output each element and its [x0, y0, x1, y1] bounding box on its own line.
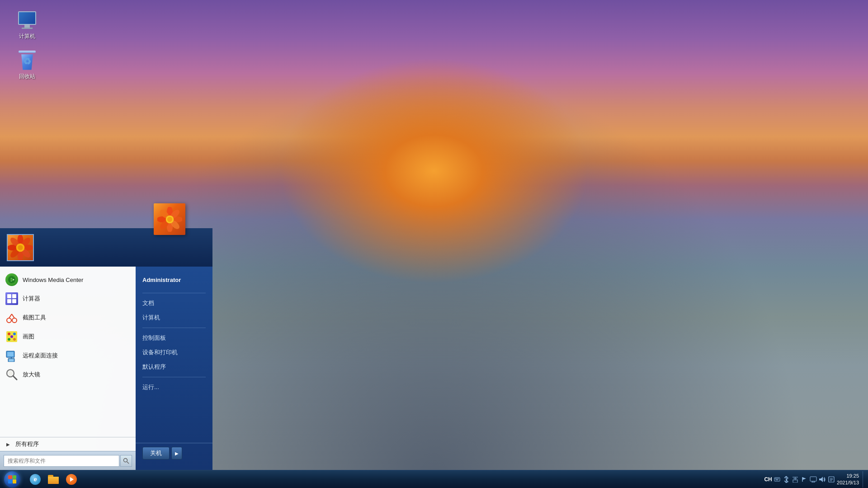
magnifier-app-icon [5, 367, 19, 382]
search-input[interactable] [4, 455, 119, 467]
magnifier-label: 放大镜 [23, 371, 40, 379]
wmp-play-icon [70, 477, 74, 482]
svg-point-33 [10, 335, 13, 338]
username-label: Administrator [142, 277, 181, 283]
ie-icon-shape: e [30, 474, 41, 485]
shutdown-button[interactable]: 关机 [142, 447, 170, 460]
desktop-icon-computer[interactable]: 计算机 [9, 9, 45, 40]
wmp-icon-shape [66, 474, 77, 485]
taskbar: e [0, 470, 868, 488]
svg-point-19 [18, 245, 23, 250]
win-logo-grid [8, 475, 16, 483]
calc-app-icon [5, 291, 19, 306]
svg-rect-46 [777, 478, 778, 479]
network-icon[interactable] [792, 476, 799, 483]
right-menu-docs[interactable]: 文档 [136, 296, 212, 310]
svg-rect-35 [7, 352, 14, 357]
magnifier-svg-icon [5, 368, 18, 381]
all-programs-section[interactable]: ▶ 所有程序 [0, 437, 136, 451]
computer-label: 计算机 [142, 314, 160, 322]
taskbar-items: e [24, 470, 763, 488]
right-menu-computer[interactable]: 计算机 [136, 310, 212, 325]
win-logo-yellow [13, 479, 17, 483]
bluetooth-icon[interactable] [783, 476, 790, 483]
shutdown-label: 关机 [150, 449, 162, 457]
display-svg-icon [810, 476, 817, 483]
svg-rect-49 [793, 480, 797, 483]
svg-marker-54 [802, 477, 806, 480]
svg-point-9 [167, 217, 172, 222]
folder-icon-shape [48, 475, 59, 484]
taskbar-item-wmp[interactable] [62, 471, 80, 488]
menu-item-rdp[interactable]: 远程桌面连接 [0, 346, 136, 365]
recycle-bin-icon: ♻ [16, 49, 38, 71]
right-separator-3 [142, 377, 206, 377]
rdp-label: 远程桌面连接 [23, 352, 58, 360]
svg-point-31 [8, 338, 10, 341]
show-desktop-button[interactable] [863, 471, 866, 488]
computer-icon [16, 9, 38, 31]
calc-icon-shape [5, 292, 18, 305]
display-icon[interactable] [810, 476, 817, 483]
svg-line-26 [9, 314, 12, 318]
right-menu-run[interactable]: 运行... [136, 380, 212, 394]
shutdown-arrow-button[interactable]: ▶ [171, 447, 182, 460]
network-svg-icon [792, 476, 799, 483]
win-logo-green [13, 475, 17, 479]
start-menu-body: Windows Media Center 计算器 [0, 267, 212, 470]
wmc-label: Windows Media Center [23, 277, 83, 283]
svg-point-40 [8, 371, 13, 375]
recycle-icon-label: 回收站 [19, 73, 35, 80]
volume-svg-icon [819, 476, 826, 483]
clock-time: 19:25 [837, 473, 859, 479]
monitor-screen-icon [18, 11, 36, 25]
all-programs-arrow-icon: ▶ [5, 441, 12, 448]
right-separator-1 [142, 293, 206, 293]
menu-item-wmc[interactable]: Windows Media Center [0, 270, 136, 289]
folder-body-icon [48, 477, 59, 484]
docs-label: 文档 [142, 299, 154, 307]
input-method-icon[interactable] [774, 476, 781, 483]
menu-item-snip[interactable]: 截图工具 [0, 308, 136, 327]
flag-icon[interactable] [801, 476, 808, 483]
monitor-base-icon [22, 28, 33, 29]
snip-label: 截图工具 [23, 314, 46, 322]
win-logo-red [8, 475, 12, 479]
desktop: 计算机 ♻ 回收站 [0, 0, 868, 488]
search-button[interactable] [120, 455, 132, 467]
notification-area: CH [763, 471, 868, 488]
svg-marker-59 [819, 477, 823, 482]
system-clock[interactable]: 19:25 2021/9/13 [837, 473, 859, 486]
menu-item-paint[interactable]: 画图 [0, 327, 136, 346]
language-indicator[interactable]: CH [764, 476, 772, 483]
right-menu-control[interactable]: 控制面板 [136, 331, 212, 345]
right-username[interactable]: Administrator [136, 273, 212, 286]
volume-icon[interactable] [819, 476, 826, 483]
svg-rect-48 [776, 479, 778, 480]
menu-item-calc[interactable]: 计算器 [0, 289, 136, 308]
taskbar-item-ie[interactable]: e [26, 471, 44, 488]
svg-line-27 [12, 314, 14, 318]
win-logo-blue [8, 479, 12, 483]
computer-icon-label: 计算机 [19, 33, 35, 40]
scissors-svg-icon [5, 311, 18, 324]
start-button[interactable] [0, 470, 24, 488]
start-menu: Windows Media Center 计算器 [0, 228, 212, 470]
svg-point-32 [13, 338, 16, 341]
start-orb [4, 471, 20, 488]
right-menu-defaults[interactable]: 默认程序 [136, 360, 212, 374]
svg-rect-37 [9, 359, 14, 361]
taskbar-item-explorer[interactable] [44, 471, 62, 488]
user-tile[interactable] [7, 234, 34, 261]
keyboard-icon [774, 476, 780, 483]
paint-svg-icon [5, 330, 18, 343]
right-menu-devices[interactable]: 设备和打印机 [136, 345, 212, 360]
desktop-icon-recycle[interactable]: ♻ 回收站 [9, 49, 45, 80]
control-label: 控制面板 [142, 334, 166, 342]
user-avatar-svg [8, 234, 33, 261]
right-separator-2 [142, 328, 206, 328]
rdp-app-icon [5, 348, 19, 363]
flower-svg-icon [157, 207, 182, 232]
action-center-icon[interactable] [828, 476, 835, 483]
menu-item-magnifier[interactable]: 放大镜 [0, 365, 136, 384]
